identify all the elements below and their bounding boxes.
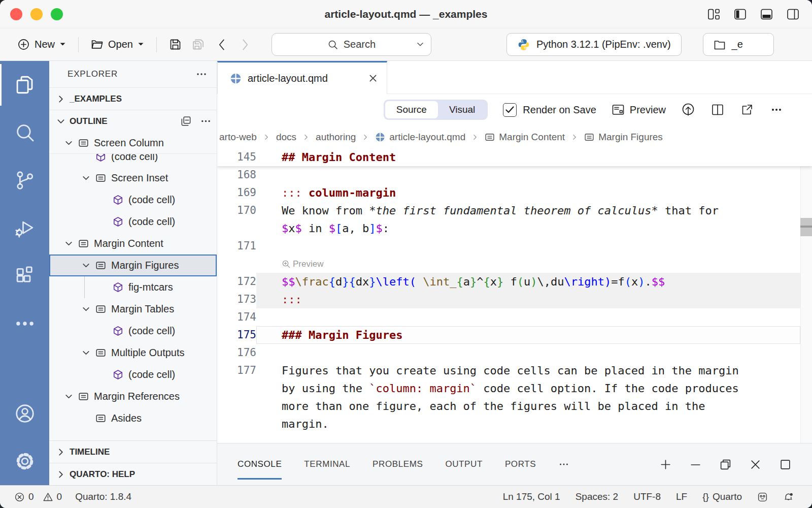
source-control-activity-icon[interactable] — [0, 156, 49, 204]
tab-article-layout[interactable]: article-layout.qmd — [217, 61, 387, 94]
save-all-button[interactable] — [187, 35, 210, 54]
editor-scrollbar[interactable] — [800, 148, 812, 443]
breadcrumb-item[interactable]: arto-web — [219, 132, 257, 143]
sidebar-section-examples[interactable]: _EXAMPLES — [49, 87, 217, 110]
outline-item-label: Margin Figures — [111, 260, 179, 271]
toggle-right-panel-icon[interactable] — [787, 8, 800, 20]
breadcrumb-item[interactable]: Margin Figures — [584, 132, 663, 143]
interpreter-selector[interactable]: Python 3.12.1 (PipEnv: .venv) — [506, 33, 682, 56]
outline-item-multiple-outputs[interactable]: Multiple Outputs — [49, 342, 217, 364]
indent-guide — [84, 276, 85, 298]
sidebar-section-outline[interactable]: OUTLINE — [49, 110, 217, 132]
section-symbol-icon — [78, 391, 89, 402]
outline-item-fig-mtcars[interactable]: fig-mtcars — [49, 276, 217, 298]
panel-tab-output[interactable]: OUTPUT — [445, 443, 482, 485]
encoding-status[interactable]: UTF-8 — [633, 491, 661, 502]
open-in-new-window-button[interactable] — [740, 103, 754, 117]
interpreter-label: Python 3.12.1 (PipEnv: .venv) — [536, 39, 671, 50]
settings-gear-icon[interactable] — [0, 437, 49, 485]
code-cell-cube-icon — [113, 195, 123, 205]
language-mode-status[interactable]: {} Quarto — [702, 491, 742, 502]
workspace-button[interactable]: _e — [703, 33, 774, 56]
forward-button[interactable] — [233, 38, 257, 51]
back-button[interactable] — [210, 38, 233, 51]
breadcrumb-item[interactable]: Margin Content — [485, 132, 565, 143]
search-input[interactable]: Search — [272, 33, 431, 56]
explorer-more-icon[interactable] — [195, 68, 208, 80]
outline-item--code-cell-[interactable]: (code cell) — [49, 154, 217, 167]
more-activity-icon[interactable] — [0, 300, 49, 347]
panel-tab-problems[interactable]: PROBLEMS — [373, 443, 423, 485]
outline-item-screen-inset[interactable]: Screen Inset — [49, 167, 217, 189]
run-debug-activity-icon[interactable] — [0, 204, 49, 252]
code-editor[interactable]: 145## Margin Content168169::: column-mar… — [217, 148, 812, 443]
outline-item-margin-tables[interactable]: Margin Tables — [49, 298, 217, 320]
customize-layout-icon[interactable] — [707, 8, 721, 20]
preview-button[interactable]: Preview — [612, 104, 666, 116]
search-icon — [327, 39, 339, 50]
outline-item--code-cell-[interactable]: (code cell) — [49, 364, 217, 386]
panel-restore-icon[interactable] — [719, 458, 732, 471]
breadcrumb-item[interactable]: docs — [276, 132, 296, 143]
outline-item-margin-references[interactable]: Margin References — [49, 386, 217, 407]
close-tab-icon[interactable] — [368, 74, 378, 83]
chevron-down-icon[interactable] — [82, 305, 90, 313]
visual-mode-button[interactable]: Visual — [438, 101, 486, 118]
window-title: article-layout.qmd — _examples — [0, 8, 812, 20]
quarto-version-status[interactable]: Quarto: 1.8.4 — [75, 491, 131, 502]
chevron-down-icon[interactable] — [64, 239, 73, 248]
outline-item--code-cell-[interactable]: (code cell) — [49, 189, 217, 211]
cursor-position-status[interactable]: Ln 175, Col 1 — [503, 491, 560, 502]
panel-tab-console[interactable]: CONSOLE — [238, 443, 282, 485]
render-button[interactable] — [681, 103, 695, 117]
codelens-preview[interactable]: Preview — [217, 255, 812, 273]
outline-item-screen-column[interactable]: Screen Column — [49, 132, 217, 154]
chevron-down-icon[interactable] — [82, 348, 90, 357]
source-mode-button[interactable]: Source — [385, 101, 438, 118]
quarto-file-icon — [230, 73, 242, 84]
chevron-down-icon[interactable] — [64, 392, 73, 401]
account-icon[interactable] — [0, 390, 49, 437]
panel-add-icon[interactable] — [659, 458, 672, 471]
editor-more-actions-icon[interactable] — [769, 103, 784, 117]
chevron-down-icon[interactable] — [82, 261, 90, 270]
panel-close-icon[interactable] — [749, 458, 762, 471]
extensions-activity-icon[interactable] — [0, 252, 49, 300]
open-button[interactable]: Open — [86, 35, 149, 54]
panel-maximize-icon[interactable] — [779, 458, 792, 471]
notifications-bell-icon[interactable] — [783, 492, 794, 502]
panel-more-icon[interactable] — [558, 443, 569, 485]
outline-item--code-cell-[interactable]: (code cell) — [49, 320, 217, 342]
outline-item-margin-figures[interactable]: Margin Figures — [49, 255, 217, 276]
panel-tab-terminal[interactable]: TERMINAL — [304, 443, 350, 485]
breadcrumb-item[interactable]: authoring — [316, 132, 356, 143]
split-editor-button[interactable] — [710, 103, 725, 117]
toggle-bottom-panel-icon[interactable] — [760, 8, 773, 20]
outline-tree: Screen Column(code cell)Screen Inset(cod… — [49, 132, 217, 440]
indentation-status[interactable]: Spaces: 2 — [576, 491, 619, 502]
line-number — [217, 415, 256, 433]
outline-item-asides[interactable]: Asides — [49, 407, 217, 429]
outline-item--code-cell-[interactable]: (code cell) — [49, 211, 217, 233]
panel-minimize-icon[interactable] — [689, 458, 702, 471]
new-button[interactable]: New — [12, 35, 71, 54]
collapse-all-icon — [180, 115, 192, 127]
code-line-172: 172$$\frac{d}{dx}\left( \int_{a}^{x} f(u… — [217, 273, 812, 291]
panel-tab-ports[interactable]: PORTS — [505, 443, 536, 485]
render-on-save-checkbox[interactable] — [503, 103, 517, 117]
search-activity-icon[interactable] — [0, 109, 49, 156]
chevron-down-icon[interactable] — [64, 139, 73, 147]
explorer-activity-icon[interactable] — [0, 61, 49, 109]
breadcrumb-item[interactable]: article-layout.qmd — [375, 132, 465, 143]
feedback-smiley-icon[interactable] — [757, 492, 768, 502]
sidebar-section-timeline[interactable]: TIMELINE — [49, 440, 217, 463]
toggle-left-panel-icon[interactable] — [734, 8, 747, 20]
code-line-174: 174 — [217, 308, 812, 326]
save-button[interactable] — [164, 35, 187, 54]
problems-status[interactable]: 0 0 — [14, 491, 62, 502]
code-line-168: 168 — [217, 166, 812, 184]
sidebar-section-quarto-help[interactable]: QUARTO: HELP — [49, 463, 217, 485]
eol-status[interactable]: LF — [676, 491, 687, 502]
chevron-down-icon[interactable] — [82, 174, 90, 182]
outline-item-margin-content[interactable]: Margin Content — [49, 233, 217, 255]
